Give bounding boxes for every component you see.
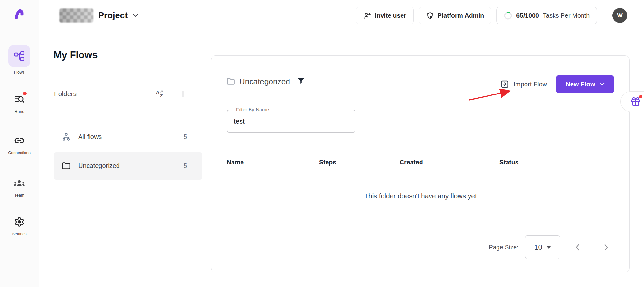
sidebar-item-team[interactable]: Team (0, 176, 39, 198)
plus-icon (179, 90, 187, 98)
flows-table-header: Name Steps Created Status (227, 153, 614, 172)
column-header-name: Name (227, 159, 319, 166)
folder-row-uncategorized[interactable]: Uncategorized 5 (54, 152, 202, 180)
folder-label: All flows (78, 133, 102, 141)
gift-icon (630, 96, 641, 107)
folder-label: Uncategorized (78, 162, 120, 170)
add-folder-button[interactable] (179, 90, 187, 98)
platform-admin-button[interactable]: Platform Admin (419, 7, 491, 24)
pagination: Page Size: 10 (489, 235, 609, 259)
user-plus-icon (363, 12, 371, 20)
sidebar-item-label: Settings (12, 232, 26, 236)
people-icon (14, 178, 25, 188)
project-selector[interactable]: Project (59, 8, 138, 23)
chevron-right-icon (604, 244, 609, 251)
hierarchy-icon (62, 133, 71, 141)
gift-notification-dot (639, 95, 642, 98)
sort-az-icon: A Z (156, 89, 165, 98)
sidebar-item-label: Connections (8, 151, 31, 155)
tasks-usage-value: 65/1000 (516, 12, 539, 19)
sidebar-item-label: Flows (14, 70, 25, 74)
folders-heading: Folders (54, 90, 77, 98)
folders-header: Folders A Z (54, 89, 187, 98)
sidebar-item-label: Runs (14, 109, 24, 114)
flows-active-tile (8, 45, 30, 67)
sidebar: Flows Runs Connection (0, 0, 39, 287)
filter-by-name-input[interactable] (234, 112, 348, 131)
folder-icon (227, 77, 235, 86)
column-header-created: Created (400, 159, 499, 166)
rewards-gift-tab[interactable] (620, 91, 644, 112)
sidebar-item-label: Team (14, 193, 24, 198)
import-flow-label: Import Flow (514, 81, 547, 88)
tasks-progress-ring (504, 11, 512, 20)
flows-panel: Uncategorized Import Flow New (211, 55, 630, 272)
app-logo-icon[interactable] (13, 7, 26, 21)
import-icon (500, 79, 509, 89)
chevron-left-icon (575, 244, 580, 251)
folder-count: 5 (184, 133, 187, 141)
import-flow-button[interactable]: Import Flow (500, 79, 547, 89)
project-label: Project (98, 11, 128, 21)
sidebar-item-connections[interactable]: Connections (0, 134, 39, 155)
tasks-usage-caption: Tasks Per Month (543, 12, 590, 19)
filter-funnel-icon[interactable] (297, 77, 305, 86)
page-title: My Flows (53, 49, 98, 61)
page-size-value: 10 (534, 243, 542, 252)
previous-page-button[interactable] (575, 244, 580, 251)
sidebar-item-flows[interactable]: Flows (0, 45, 39, 74)
list-search-icon (14, 94, 24, 104)
sort-az-button[interactable]: A Z (156, 89, 165, 98)
shield-admin-icon (426, 12, 434, 20)
column-header-steps: Steps (319, 159, 400, 166)
folder-count: 5 (184, 162, 187, 170)
svg-text:Z: Z (160, 93, 163, 98)
column-header-status: Status (499, 159, 614, 166)
gear-icon (14, 217, 24, 227)
next-page-button[interactable] (604, 244, 609, 251)
dropdown-arrow-icon (546, 246, 551, 249)
runs-notification-dot (23, 92, 27, 95)
empty-state-message: This folder doesn't have any flows yet (227, 192, 614, 200)
top-header: Project Invite user (39, 0, 644, 31)
main-content: My Flows Folders A Z All flows 5 (39, 31, 644, 287)
link-icon (14, 135, 25, 146)
page-size-select[interactable]: 10 (525, 235, 560, 259)
workflow-nodes-icon (14, 51, 25, 62)
new-flow-button[interactable]: New Flow (556, 75, 614, 93)
folder-icon (62, 162, 71, 170)
sidebar-item-settings[interactable]: Settings (0, 215, 39, 236)
chevron-down-icon (133, 14, 138, 17)
platform-admin-label: Platform Admin (438, 12, 484, 19)
chevron-down-icon (600, 83, 605, 86)
invite-user-label: Invite user (375, 12, 406, 19)
sidebar-item-runs[interactable]: Runs (0, 92, 39, 114)
page-size-label: Page Size: (489, 244, 518, 251)
filter-by-name-field: Filter By Name (227, 110, 355, 133)
user-avatar[interactable]: W (612, 8, 627, 23)
new-flow-label: New Flow (565, 81, 595, 88)
folder-row-all-flows[interactable]: All flows 5 (54, 123, 202, 151)
project-name-redacted (59, 8, 93, 23)
invite-user-button[interactable]: Invite user (356, 7, 414, 24)
svg-text:A: A (156, 90, 159, 95)
panel-title: Uncategorized (239, 77, 290, 86)
tasks-usage-pill[interactable]: 65/1000 Tasks Per Month (496, 7, 597, 24)
